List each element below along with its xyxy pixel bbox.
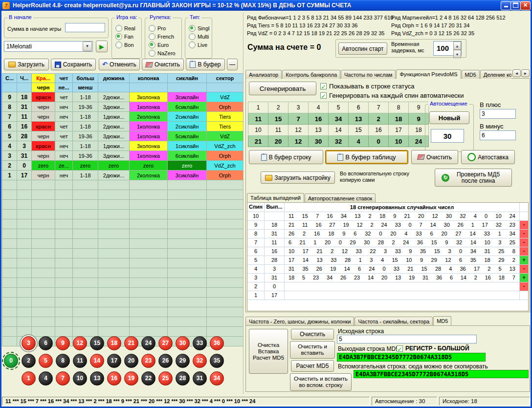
main-tab-4[interactable]: MD5 xyxy=(462,70,480,79)
show-status-checkbox-row[interactable]: Показывать в строке статуса xyxy=(320,83,415,90)
md5-clear-paste-aux-button[interactable]: Очистить и вставить во вспом. строку xyxy=(290,373,352,391)
wheel-number-16[interactable]: 16 xyxy=(107,371,121,386)
autogen-checkbox-row[interactable]: Генерировать на каждый спин автоматическ… xyxy=(320,92,464,99)
preset-combo[interactable]: 1Melonati xyxy=(4,41,93,52)
wheel-number-6[interactable]: 6 xyxy=(39,336,53,350)
radio-icon[interactable] xyxy=(149,33,155,40)
wheel-number-11[interactable]: 11 xyxy=(73,354,87,368)
minimize-button[interactable] xyxy=(501,1,511,10)
wheel-number-10[interactable]: 10 xyxy=(73,371,87,386)
wheel-number-15[interactable]: 15 xyxy=(90,336,104,350)
history-row[interactable]: 117черннеч1-182дюжи...2колонка3сиклайнOr… xyxy=(2,171,244,180)
radio-bon[interactable]: Bon xyxy=(112,41,141,49)
spin-row[interactable]: 433135261914624033211528436172513- xyxy=(247,265,528,274)
register-checkbox-row[interactable]: РЕГИСТР - БОЛЬШОЙ xyxy=(397,345,469,352)
wheel-number-21[interactable]: 21 xyxy=(124,336,138,350)
bottom-tab-2[interactable]: MD5 xyxy=(433,316,451,325)
spin-row[interactable]: 83126216189632020433620271433134- xyxy=(247,230,528,238)
radio-icon[interactable] xyxy=(149,42,155,48)
scroll-right-icon[interactable]: ► xyxy=(521,69,530,77)
md5-output-field[interactable] xyxy=(337,353,486,362)
history-row[interactable]: 616краснчет1-182дюжи...1колонка2сиклайнT… xyxy=(2,122,244,131)
radio-nazero[interactable]: NaZero xyxy=(145,49,181,57)
radio-icon[interactable] xyxy=(189,42,196,48)
history-row[interactable]: 918краснчет1-182дюжи...3колонка3сиклайнV… xyxy=(2,92,244,102)
wheel-number-25[interactable]: 25 xyxy=(158,371,173,386)
to-buffer-button[interactable]: В буфер xyxy=(186,59,225,70)
history-row[interactable]: 711черннеч1-181дюжи...2колонка2сиклайнTi… xyxy=(2,112,244,122)
wheel-number-27[interactable]: 27 xyxy=(158,336,173,350)
clear-gen-button[interactable]: Очистить xyxy=(411,150,458,164)
spin-row[interactable]: 117 xyxy=(247,291,528,300)
wheel-number-19[interactable]: 19 xyxy=(124,371,138,386)
clear-button[interactable]: Очистить xyxy=(142,59,184,70)
spinner-down-icon[interactable] xyxy=(453,50,461,58)
title-bar[interactable]: HelperRoullet 4.8- create helperroullet@… xyxy=(0,0,532,11)
radio-fan[interactable]: Fan xyxy=(112,32,141,41)
source-input[interactable] xyxy=(337,335,477,344)
plus-input[interactable] xyxy=(480,109,516,119)
main-tab-2[interactable]: Частоты по числам xyxy=(341,70,396,79)
radio-euro[interactable]: Euro xyxy=(145,41,181,49)
radio-icon[interactable] xyxy=(149,50,155,57)
spin-row[interactable]: 20- xyxy=(247,282,528,291)
scroll-left-icon[interactable]: ◄ xyxy=(512,69,521,77)
wheel-number-35[interactable]: 35 xyxy=(210,354,224,368)
spinner-up-icon[interactable] xyxy=(453,42,461,50)
wheel-number-4[interactable]: 4 xyxy=(39,371,53,386)
checkbox-checked-icon[interactable] xyxy=(320,92,327,99)
history-row[interactable]: 528чернчет19-363дюжи...1колонка5сиклайнV… xyxy=(2,131,244,141)
wheel-number-33[interactable]: 33 xyxy=(193,336,207,350)
wheel-number-13[interactable]: 13 xyxy=(90,371,104,386)
close-button[interactable] xyxy=(520,1,531,10)
start-sum-input[interactable] xyxy=(65,23,105,32)
spins-tab-1[interactable]: Автопроставление ставок xyxy=(305,193,376,202)
delay-spinner[interactable]: 100 xyxy=(433,41,462,56)
history-row[interactable]: 831черннеч19-363дюжи...1колонка6сиклайнO… xyxy=(2,102,244,112)
main-tab-1[interactable]: Контроль банкролла xyxy=(282,70,340,79)
radio-icon[interactable] xyxy=(189,33,196,40)
wheel-number-7[interactable]: 7 xyxy=(56,371,70,386)
spins-tab-0[interactable]: Таблица выпадений xyxy=(247,193,304,202)
generate-button[interactable]: Сгенерировать xyxy=(249,82,316,95)
wheel-number-20[interactable]: 20 xyxy=(124,354,138,368)
buffer-table-button[interactable]: В буфер таблицу xyxy=(325,150,408,164)
history-row[interactable]: 20zeroze...zerozerozerozeroVdZ_zch xyxy=(2,161,244,171)
play-button[interactable] xyxy=(96,41,108,52)
delay-value[interactable]: 100 xyxy=(434,42,453,55)
buffer-row-button[interactable]: В буфер строку xyxy=(249,150,323,164)
radio-french[interactable]: French xyxy=(145,32,181,41)
radio-icon[interactable] xyxy=(149,25,155,32)
md5-clear-paste-button[interactable]: Очистить и вставить xyxy=(290,341,335,359)
history-row[interactable]: 43красннеч1-181дюжи...3колонка1сиклайнVd… xyxy=(2,141,244,151)
load-button[interactable]: Загрузить xyxy=(4,59,49,70)
radio-pro[interactable]: Pro xyxy=(145,24,181,32)
wheel-number-5[interactable]: 5 xyxy=(39,354,53,368)
autospin-button[interactable]: Автоспин старт xyxy=(338,43,387,55)
wheel-number-34[interactable]: 34 xyxy=(210,371,224,386)
spin-row[interactable]: 616101721212332233393515303431258- xyxy=(247,247,528,256)
md5-calc-button[interactable]: Расчет MD5 xyxy=(291,360,334,372)
wheel-number-17[interactable]: 17 xyxy=(107,354,121,368)
wheel-number-29[interactable]: 29 xyxy=(176,354,190,368)
check-md5-button[interactable]: Проверить МД5 после спина xyxy=(435,169,512,187)
radio-icon[interactable] xyxy=(115,33,122,40)
wheel-number-28[interactable]: 28 xyxy=(176,371,190,386)
spin-row[interactable]: 33118523342623142013193136614216187+ xyxy=(247,274,528,282)
undo-button[interactable]: Отменить xyxy=(99,59,140,70)
bottom-tab-1[interactable]: Частота - сиклайны, сектора xyxy=(355,317,433,325)
new-button[interactable]: Новый xyxy=(429,111,469,124)
load-settings-button[interactable]: Загрузить настройку xyxy=(261,172,335,184)
checkbox-checked-icon[interactable] xyxy=(320,83,327,89)
radio-singl[interactable]: Singl xyxy=(185,24,212,32)
checkbox-checked-icon[interactable] xyxy=(397,345,403,352)
wheel-number-14[interactable]: 14 xyxy=(90,354,104,368)
wheel-number-0[interactable]: 0 xyxy=(4,354,18,368)
wheel-number-12[interactable]: 12 xyxy=(73,336,87,350)
radio-real[interactable]: Real xyxy=(112,24,141,32)
wheel-number-1[interactable]: 1 xyxy=(22,371,36,386)
md5-aux-field[interactable] xyxy=(354,370,529,378)
wheel-number-31[interactable]: 31 xyxy=(193,371,207,386)
wheel-number-8[interactable]: 8 xyxy=(56,354,70,368)
save-button[interactable]: Сохранить xyxy=(51,59,96,70)
